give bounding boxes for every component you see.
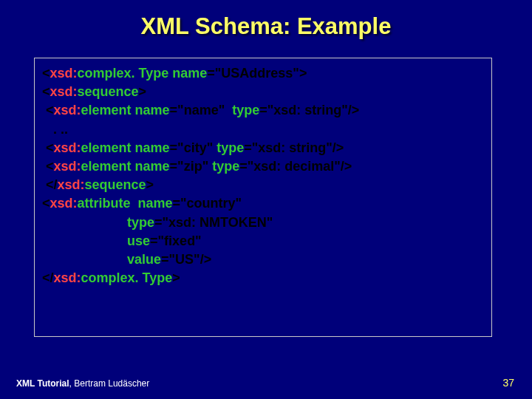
code-box: <xsd:complex. Type name="USAddress"> <xs…: [34, 58, 492, 337]
page-number: 37: [502, 377, 514, 389]
code-line-5: <xsd:element name="city" type="xsd: stri…: [42, 139, 484, 157]
code-line-2: <xsd:sequence>: [42, 83, 484, 101]
code-line-7: </xsd:sequence>: [42, 176, 484, 194]
code-line-4: . ..: [42, 120, 484, 139]
code-line-12: </xsd:complex. Type>: [42, 269, 484, 287]
code-line-10: use="fixed": [42, 232, 484, 250]
slide: XML Schema: Example <xsd:complex. Type n…: [0, 0, 532, 399]
code-line-9: type="xsd: NMTOKEN": [42, 214, 484, 232]
code-line-8: <xsd:attribute name="country": [42, 194, 484, 213]
slide-title: XML Schema: Example: [0, 13, 532, 40]
code-line-6: <xsd:element name="zip" type="xsd: decim…: [42, 157, 484, 176]
code-line-1: <xsd:complex. Type name="USAddress">: [42, 64, 484, 83]
code-line-11: value="US"/>: [42, 250, 484, 269]
footer-author: , Bertram Ludäscher: [69, 378, 150, 389]
code-line-3: <xsd:element name="name" type="xsd: stri…: [42, 101, 484, 120]
footer-tutorial: XML Tutorial: [16, 378, 69, 389]
footer-left: XML Tutorial, Bertram Ludäscher: [16, 378, 149, 389]
